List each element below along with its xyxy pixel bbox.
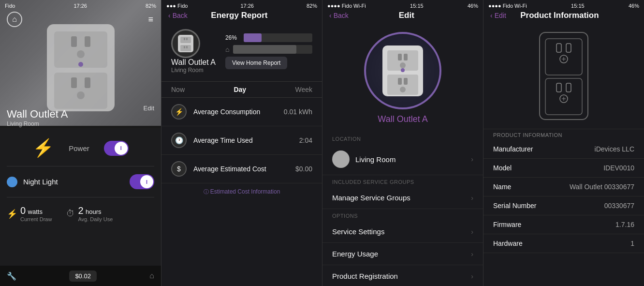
device-name-area-1: Wall Outlet A Living Room: [7, 108, 132, 127]
chevron-right-ss: ›: [471, 228, 473, 236]
back-label-2: Back: [173, 12, 188, 19]
svg-rect-3: [85, 36, 90, 47]
chevron-right-service: ›: [471, 194, 473, 202]
bottom-bar-1: 🔧 $0.02 ⌂: [0, 266, 161, 286]
manage-service-groups-row[interactable]: Manage Service Groups ›: [322, 187, 483, 209]
product-registration-label: Product Registration: [332, 272, 465, 280]
outlet-svg-p1: [37, 19, 124, 116]
top-nav-1: ⌂ ≡: [0, 10, 161, 29]
svg-rect-2: [71, 36, 77, 47]
battery-label-2: 82%: [307, 3, 317, 9]
night-light-left: Night Light: [7, 177, 58, 187]
cost-value: $0.00: [295, 165, 312, 173]
outlet-circle-svg: [379, 43, 427, 99]
energy-bar-fill-1: [244, 33, 262, 42]
time-label-1: 17:26: [73, 3, 87, 9]
top-nav-4: ‹ Edit Product Information: [483, 10, 644, 23]
energy-bar-fill-2: [233, 45, 296, 54]
outlet-hero-3: [322, 23, 483, 114]
chevron-right-location: ›: [471, 155, 473, 163]
watts-value-area: 0 watts Current Draw: [20, 205, 52, 222]
hours-value-area: 2 hours Avg. Daily Use: [78, 205, 113, 222]
name-key: Name: [493, 183, 511, 191]
battery-label-3: 46%: [468, 3, 478, 9]
prod-row-serial: Serial Number 00330677: [483, 196, 644, 215]
watts-stat: ⚡ 0 watts Current Draw: [7, 205, 52, 222]
energy-usage-row[interactable]: Energy Usage ›: [322, 243, 483, 265]
home-button-1[interactable]: ⌂: [7, 12, 22, 27]
edit-label-4: Edit: [495, 12, 506, 19]
bar-row-percent: 26%: [225, 33, 312, 42]
time-tabs: Now Day Week: [161, 81, 322, 98]
battery-label-1: 82%: [146, 3, 156, 9]
location-row[interactable]: Living Room ›: [322, 144, 483, 175]
carrier-label-3: ●●●● Fido Wi-Fi: [327, 3, 366, 9]
hardware-value: 1: [630, 240, 634, 247]
energy-stats-list: ⚡ Average Consumption 0.01 kWh 🕐 Average…: [161, 98, 322, 183]
time-label: Average Time Used: [193, 136, 293, 144]
carrier-label-2: ●●● Fido: [166, 3, 188, 9]
prod-row-firmware: Firmware 1.7.16: [483, 215, 644, 234]
time-value: 2:04: [299, 136, 312, 144]
status-bar-4: ●●●● Fido Wi-Fi 15:15 46%: [483, 0, 644, 10]
svg-rect-19: [398, 54, 402, 60]
carrier-label-1: Fido: [5, 3, 15, 9]
energy-room: Living Room: [171, 67, 216, 74]
svg-rect-27: [540, 32, 588, 120]
panel-3-device-detail: ●●●● Fido Wi-Fi 15:15 46% ‹ Back Edit Ed…: [322, 0, 483, 286]
prod-info-header: PRODUCT INFORMATION: [483, 129, 644, 140]
hours-value: 2: [78, 205, 83, 216]
firmware-value: 1.7.16: [615, 221, 634, 228]
tab-week[interactable]: Week: [295, 86, 312, 93]
hardware-key: Hardware: [493, 240, 523, 247]
svg-rect-5: [54, 73, 107, 109]
options-header: OPTIONS: [322, 209, 483, 221]
svg-rect-34: [545, 78, 582, 115]
product-registration-row[interactable]: Product Registration ›: [322, 265, 483, 286]
home-small-icon-1[interactable]: ⌂: [149, 271, 154, 280]
service-settings-row[interactable]: Service Settings ›: [322, 221, 483, 243]
edit-button-1[interactable]: Edit: [144, 105, 154, 112]
tab-day[interactable]: Day: [234, 86, 246, 93]
wrench-icon-1[interactable]: 🔧: [7, 271, 16, 281]
carrier-label-4: ●●●● Fido Wi-Fi: [488, 3, 527, 9]
back-button-3[interactable]: ‹ Back: [329, 12, 349, 19]
svg-rect-16: [186, 46, 188, 48]
svg-rect-11: [180, 37, 191, 43]
panel-1-device-control: Fido 17:26 82% ⌂ ≡ Wall Outlet A Living …: [0, 0, 161, 286]
watts-value: 0: [20, 205, 26, 216]
view-home-report-button[interactable]: View Home Report: [225, 57, 288, 69]
svg-rect-36: [566, 83, 571, 92]
svg-rect-7: [85, 77, 90, 88]
menu-button-1[interactable]: ≡: [148, 15, 154, 25]
device-room-label-1: Living Room: [7, 120, 132, 127]
time-label-3: 15:15: [410, 3, 424, 9]
power-toggle[interactable]: I: [104, 141, 129, 156]
power-label: Power: [69, 144, 89, 152]
edit-chevron-4: ‹: [490, 12, 493, 19]
stat-row-time: 🕐 Average Time Used 2:04: [161, 126, 322, 155]
night-light-toggle[interactable]: I: [130, 174, 154, 189]
watts-unit: watts: [28, 208, 43, 215]
product-outlet-image: [483, 23, 644, 129]
service-settings-label: Service Settings: [332, 227, 465, 236]
panel-4-product-info: ●●●● Fido Wi-Fi 15:15 46% ‹ Edit Product…: [483, 0, 644, 286]
outlet-thumb-svg: [177, 34, 194, 53]
energy-left: Wall Outlet A Living Room: [171, 29, 216, 74]
night-light-dot: [7, 177, 17, 187]
bolt-icon-1: ⚡: [32, 138, 54, 158]
device-name-label-3: Wall Outlet A: [322, 114, 483, 132]
edit-button-4[interactable]: ‹ Edit: [490, 12, 506, 19]
tab-now[interactable]: Now: [171, 86, 185, 93]
back-chevron-2: ‹: [168, 12, 171, 19]
power-row: ⚡ Power I: [7, 133, 154, 166]
svg-rect-20: [404, 54, 408, 60]
energy-bar-track-2: [233, 45, 312, 54]
svg-rect-28: [545, 39, 582, 75]
estimated-cost-note: ⓘ Estimated Cost Information: [161, 183, 322, 200]
back-button-2[interactable]: ‹ Back: [168, 12, 188, 19]
hours-label: Avg. Daily Use: [78, 216, 113, 222]
svg-point-8: [77, 91, 85, 99]
hours-unit: hours: [86, 208, 102, 215]
stats-row-1: ⚡ 0 watts Current Draw ⏱ 2 hours Avg. Da…: [7, 197, 154, 230]
